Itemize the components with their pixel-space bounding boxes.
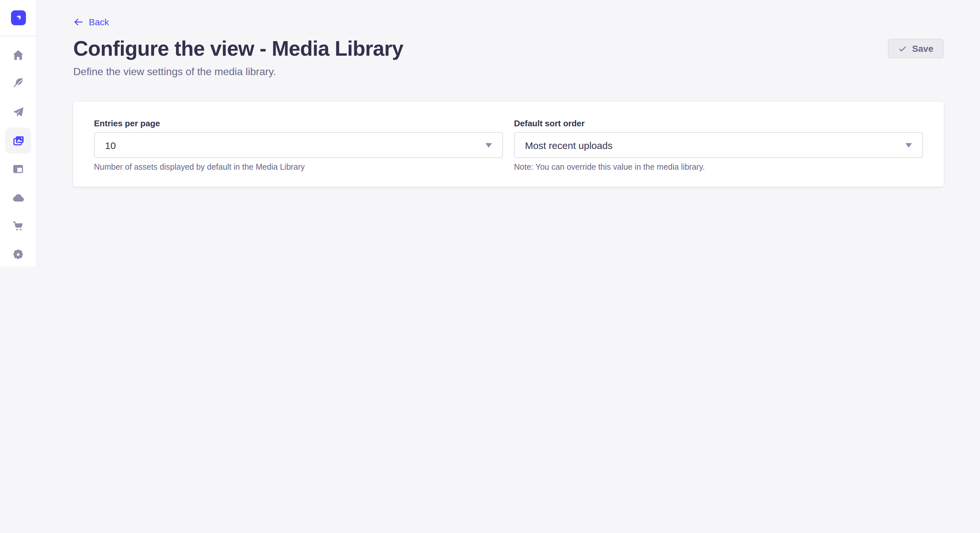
home-icon (12, 49, 25, 62)
back-link[interactable]: Back (73, 0, 109, 27)
strapi-logo-icon[interactable] (11, 10, 25, 25)
sidebar-nav (5, 36, 31, 266)
shopping-cart-icon (12, 219, 25, 233)
select-value: Most recent uploads (525, 140, 612, 151)
sidebar-item-settings[interactable] (5, 241, 31, 266)
sidebar-item-content-type-builder[interactable] (5, 156, 31, 182)
sidebar-item-media-library[interactable] (5, 128, 31, 154)
page-subtitle: Define the view settings of the media li… (73, 66, 944, 78)
feather-icon (12, 77, 25, 90)
paper-plane-icon (12, 106, 25, 119)
back-label: Back (89, 17, 109, 27)
layout-panel-icon (12, 163, 25, 176)
entries-per-page-select[interactable]: 10 (94, 132, 503, 158)
arrow-left-icon (73, 17, 84, 27)
sidebar-item-marketplace[interactable] (5, 213, 31, 239)
sidebar-item-deploy[interactable] (5, 185, 31, 211)
sidebar: KD (0, 0, 37, 266)
page-title: Configure the view - Media Library (73, 37, 403, 60)
field-default-sort-order: Default sort order Most recent uploads N… (514, 119, 923, 172)
field-label: Entries per page (94, 119, 503, 129)
check-icon (899, 44, 907, 53)
save-button-label: Save (912, 43, 933, 54)
sidebar-item-content-manager[interactable] (5, 71, 31, 97)
select-value: 10 (105, 140, 116, 151)
save-button[interactable]: Save (888, 39, 944, 58)
settings-card: Entries per page 10 Number of assets dis… (73, 102, 944, 187)
app-window: KD Back Configure the view - Media Libra… (0, 0, 980, 266)
default-sort-order-select[interactable]: Most recent uploads (514, 132, 923, 158)
cloud-icon (11, 191, 25, 204)
logo-container (0, 0, 36, 36)
main-content: Back Configure the view - Media Library … (37, 0, 980, 266)
chevron-down-icon (905, 143, 912, 148)
field-entries-per-page: Entries per page 10 Number of assets dis… (94, 119, 503, 172)
chevron-down-icon (485, 143, 492, 148)
field-hint: Note: You can override this value in the… (514, 163, 923, 172)
sidebar-item-releases[interactable] (5, 99, 31, 125)
sidebar-item-home[interactable] (5, 42, 31, 68)
media-library-images-icon (11, 134, 25, 148)
field-label: Default sort order (514, 119, 923, 129)
field-hint: Number of assets displayed by default in… (94, 163, 503, 172)
gear-icon (12, 248, 25, 261)
